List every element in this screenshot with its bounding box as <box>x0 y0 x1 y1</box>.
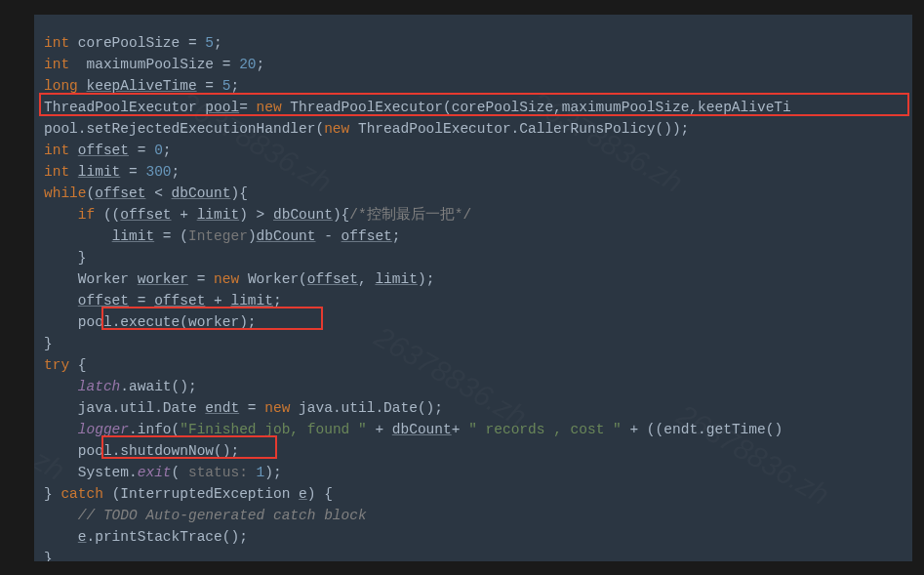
code-line: while(offset < dbCount){ <box>44 183 912 204</box>
code-line: limit = (Integer)dbCount - offset; <box>44 226 912 247</box>
code-line: int maximumPoolSize = 20; <box>44 54 912 75</box>
code-line: int offset = 0; <box>44 140 912 161</box>
code-line: if ((offset + limit) > dbCount){/*控制最后一把… <box>44 204 912 226</box>
code-line: ThreadPoolExecutor pool= new ThreadPoolE… <box>44 97 912 118</box>
code-line: } catch (InterruptedException e) { <box>44 483 912 505</box>
code-line: offset = offset + limit; <box>44 290 912 311</box>
code-line: System.exit( status: 1); <box>44 462 912 483</box>
code-line: e.printStackTrace(); <box>44 526 912 548</box>
code-line: Worker worker = new Worker(offset, limit… <box>44 268 912 290</box>
code-line: pool.setRejectedExecutionHandler(new Thr… <box>44 118 912 140</box>
code-line: } <box>44 333 912 354</box>
code-editor-panel: 26378836.zh 26378836.zh 26378836.zh 2637… <box>34 15 912 561</box>
code-line: int corePoolSize = 5; <box>44 32 912 54</box>
code-line: pool.execute(worker); <box>44 311 912 333</box>
code-line: pool.shutdownNow(); <box>44 440 912 462</box>
code-line: latch.await(); <box>44 376 912 397</box>
code-line: } <box>44 247 912 268</box>
code-line: long keepAliveTime = 5; <box>44 75 912 97</box>
code-line: try { <box>44 354 912 376</box>
code-line: } <box>44 548 912 561</box>
code-line: java.util.Date endt = new java.util.Date… <box>44 397 912 419</box>
code-line: logger.info("Finished job, found " + dbC… <box>44 419 912 440</box>
code-line: int limit = 300; <box>44 161 912 183</box>
code-line: // TODO Auto-generated catch block <box>44 505 912 526</box>
